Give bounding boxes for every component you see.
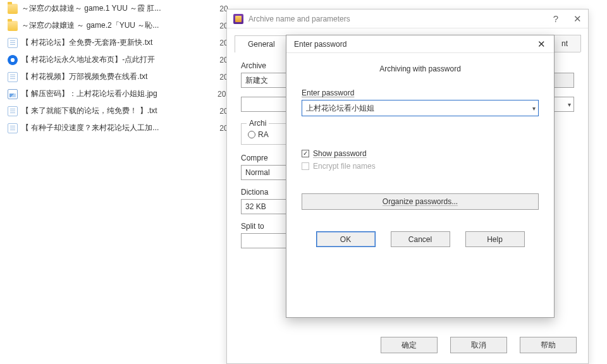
- help-button[interactable]: 帮助: [520, 337, 577, 353]
- text-file-icon: [8, 123, 18, 133]
- file-name: 【 来了就能下载的论坛，纯免费！ 】.txt: [21, 106, 211, 116]
- password-dialog-buttons: OK Cancel Help: [302, 231, 539, 247]
- text-file-icon: [8, 72, 18, 82]
- dictionary-combo[interactable]: 32 KB: [241, 199, 291, 214]
- image-file-icon: [8, 89, 18, 99]
- cancel-button[interactable]: 取消: [450, 337, 507, 353]
- file-row[interactable]: 【 村花视频】万部视频免费在线看.txt20.: [0, 68, 234, 85]
- format-rar-label: RA: [258, 130, 269, 139]
- html-file-icon: [8, 55, 18, 65]
- dialog-buttons: 确定 取消 帮助: [381, 337, 577, 353]
- enter-password-label: Enter password: [302, 88, 539, 97]
- password-value: 上村花论坛看小姐姐: [306, 103, 374, 114]
- ok-button[interactable]: 确定: [381, 337, 438, 353]
- help-button[interactable]: ?: [545, 9, 567, 28]
- split-label: Split to: [241, 222, 291, 231]
- dictionary-label: Dictiona: [241, 188, 291, 197]
- folder-icon: [8, 4, 18, 14]
- compression-value: Normal: [245, 168, 270, 177]
- compression-combo[interactable]: Normal: [241, 165, 291, 180]
- password-dialog-title-bar[interactable]: Enter password ✕: [286, 35, 554, 53]
- show-password-checkbox[interactable]: ✓ Show password: [302, 149, 539, 158]
- password-heading: Archiving with password: [302, 64, 539, 73]
- organize-passwords-label: Organize passwords...: [383, 197, 458, 206]
- file-row[interactable]: 【 村花论坛永久地址发布页】-点此打开20.: [0, 51, 234, 68]
- dialog-title: Archive name and parameters: [248, 15, 545, 23]
- format-rar-radio[interactable]: RA: [248, 130, 269, 139]
- split-combo[interactable]: [241, 233, 291, 248]
- dialog-title-bar[interactable]: Archive name and parameters ? ✕: [227, 9, 588, 28]
- file-name: 【 有种子却没速度？来村花论坛人工加...: [21, 123, 211, 133]
- file-row[interactable]: 【 村花论坛】全免费-无套路-更新快.txt20.: [0, 34, 234, 51]
- checkbox-icon: ✓: [302, 150, 309, 157]
- close-icon[interactable]: ✕: [534, 39, 549, 50]
- chevron-down-icon: ▾: [568, 101, 571, 108]
- archive-dialog: Archive name and parameters ? ✕ General …: [226, 9, 589, 364]
- archive-format-legend: Archi: [247, 119, 269, 128]
- chevron-down-icon[interactable]: ▾: [532, 105, 536, 112]
- organize-passwords-button[interactable]: Organize passwords...: [302, 193, 539, 210]
- file-list: ～深窓の奴隷達～ game.1 YUU ～霞 肛...20. ～深窓の隷嬢達 ～…: [0, 0, 234, 136]
- window-controls: ? ✕: [545, 9, 588, 28]
- file-name: ～深窓の奴隷達～ game.1 YUU ～霞 肛...: [21, 3, 211, 14]
- archive-format-group: Archi RA: [241, 123, 291, 145]
- password-dialog: Enter password ✕ Archiving with password…: [286, 35, 555, 318]
- encrypt-filenames-label: Encrypt file names: [313, 162, 376, 171]
- file-name: 【 村花论坛永久地址发布页】-点此打开: [21, 54, 211, 65]
- file-name: 【 村花论坛】全免费-无套路-更新快.txt: [21, 37, 211, 48]
- winrar-icon: [233, 14, 243, 24]
- file-name: 【 解压密码】：上村花论坛看小姐姐.jpg: [21, 88, 211, 99]
- archive-name-value: 新建文: [245, 75, 268, 86]
- help-button[interactable]: Help: [465, 231, 525, 247]
- text-file-icon: [8, 38, 18, 48]
- file-name: 【 村花视频】万部视频免费在线看.txt: [21, 71, 211, 82]
- radio-icon: [248, 131, 255, 138]
- show-password-label: Show password: [313, 149, 367, 158]
- tab-general[interactable]: General: [235, 35, 288, 52]
- ok-button[interactable]: OK: [316, 231, 376, 247]
- file-row[interactable]: 【 来了就能下载的论坛，纯免费！ 】.txt20.: [0, 102, 234, 119]
- password-dialog-title: Enter password: [294, 40, 346, 49]
- password-input[interactable]: 上村花论坛看小姐姐 ▾: [302, 100, 539, 116]
- file-name: ～深窓の隷嬢達 ～ game.2「YUU ～恥...: [21, 20, 211, 31]
- text-file-icon: [8, 106, 18, 116]
- compression-label: Compre: [241, 154, 291, 162]
- cancel-button[interactable]: Cancel: [391, 231, 450, 247]
- checkbox-icon: [302, 162, 309, 170]
- encrypt-filenames-checkbox[interactable]: Encrypt file names: [302, 162, 539, 171]
- file-row[interactable]: 【 有种子却没速度？来村花论坛人工加...20.: [0, 119, 234, 136]
- close-button[interactable]: ✕: [567, 9, 588, 28]
- file-row[interactable]: 【 解压密码】：上村花论坛看小姐姐.jpg201: [0, 85, 234, 102]
- dictionary-value: 32 KB: [245, 202, 266, 211]
- folder-icon: [8, 21, 18, 31]
- file-row[interactable]: ～深窓の奴隷達～ game.1 YUU ～霞 肛...20.: [0, 0, 234, 17]
- file-row[interactable]: ～深窓の隷嬢達 ～ game.2「YUU ～恥...20.: [0, 17, 234, 34]
